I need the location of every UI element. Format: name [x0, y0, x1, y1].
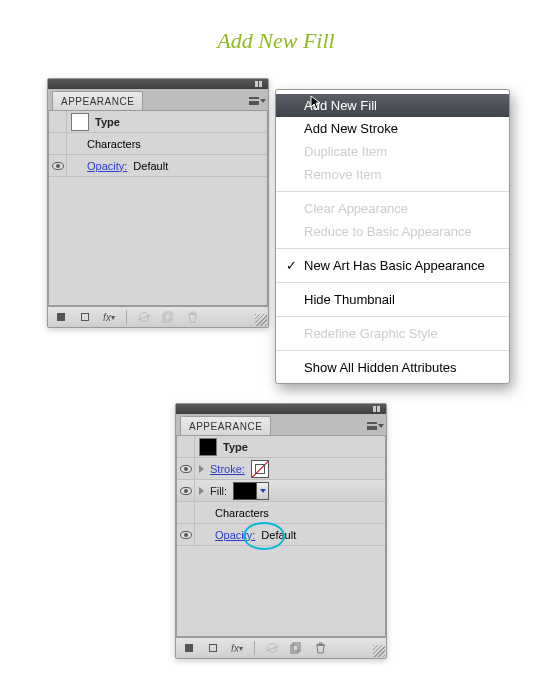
- flyout-menu-button[interactable]: [366, 417, 384, 435]
- opacity-link[interactable]: Opacity:: [87, 160, 127, 172]
- menu-separator: [276, 248, 509, 249]
- new-stroke-button[interactable]: [78, 310, 92, 324]
- disclosure-triangle-icon[interactable]: [199, 487, 204, 495]
- fill-color-control[interactable]: [233, 482, 269, 500]
- opacity-value: Default: [133, 160, 168, 172]
- panel-titlebar[interactable]: [48, 79, 268, 89]
- svg-rect-1: [165, 312, 172, 320]
- menu-hide-thumbnail[interactable]: Hide Thumbnail: [276, 288, 509, 311]
- collapse-icon[interactable]: [255, 81, 263, 87]
- type-swatch: [199, 438, 217, 456]
- type-swatch: [71, 113, 89, 131]
- panel-footer: fx▾: [48, 306, 268, 327]
- cursor-icon: [310, 95, 322, 111]
- panel-body: Type Stroke: Fill:: [176, 436, 386, 637]
- eye-icon: [180, 531, 192, 539]
- menu-show-hidden[interactable]: Show All Hidden Attributes: [276, 356, 509, 379]
- panel-body: Type Characters Opacity: Default: [48, 111, 268, 306]
- svg-rect-3: [293, 643, 300, 651]
- disclosure-triangle-icon[interactable]: [199, 465, 204, 473]
- menu-duplicate-item: Duplicate Item: [276, 140, 509, 163]
- new-stroke-button[interactable]: [206, 641, 220, 655]
- menu-separator: [276, 191, 509, 192]
- visibility-column: [49, 133, 67, 154]
- tab-bar: APPEARANCE: [48, 89, 268, 111]
- characters-label: Characters: [87, 138, 141, 150]
- tab-bar: APPEARANCE: [176, 414, 386, 436]
- visibility-column: [49, 111, 67, 132]
- eye-icon: [180, 465, 192, 473]
- stroke-link[interactable]: Stroke:: [210, 463, 245, 475]
- tab-appearance[interactable]: APPEARANCE: [52, 91, 143, 110]
- fill-swatch[interactable]: [233, 482, 257, 500]
- opacity-row[interactable]: Opacity: Default: [49, 155, 267, 177]
- opacity-value: Default: [261, 529, 296, 541]
- menu-redefine-style: Redefine Graphic Style: [276, 322, 509, 345]
- clear-appearance-button[interactable]: [137, 310, 151, 324]
- characters-label: Characters: [215, 507, 269, 519]
- new-fill-button[interactable]: [54, 310, 68, 324]
- stroke-row[interactable]: Stroke:: [177, 458, 385, 480]
- appearance-panel-1: APPEARANCE Type Characters Opacity: Defa…: [47, 78, 269, 328]
- stroke-swatch[interactable]: [251, 460, 269, 478]
- chevron-down-icon: [260, 99, 266, 103]
- opacity-link[interactable]: Opacity:: [215, 529, 255, 541]
- menu-new-art-basic[interactable]: ✓New Art Has Basic Appearance: [276, 254, 509, 277]
- visibility-column: [177, 436, 195, 457]
- type-label: Type: [95, 116, 120, 128]
- flyout-menu: Add New Fill Add New Stroke Duplicate It…: [275, 89, 510, 384]
- menu-separator: [276, 282, 509, 283]
- panel-footer: fx▾: [176, 637, 386, 658]
- visibility-toggle[interactable]: [177, 524, 195, 545]
- type-row[interactable]: Type: [49, 111, 267, 133]
- eye-icon: [52, 162, 64, 170]
- type-label: Type: [223, 441, 248, 453]
- checkmark-icon: ✓: [286, 258, 297, 273]
- trash-button[interactable]: [185, 310, 199, 324]
- menu-remove-item: Remove Item: [276, 163, 509, 186]
- resize-grip[interactable]: [255, 314, 267, 326]
- chevron-down-icon: [378, 424, 384, 428]
- separator: [126, 310, 127, 324]
- duplicate-item-button[interactable]: [289, 641, 303, 655]
- fill-row[interactable]: Fill:: [177, 480, 385, 502]
- trash-button[interactable]: [313, 641, 327, 655]
- eye-icon: [180, 487, 192, 495]
- chevron-down-icon: [260, 489, 266, 493]
- menu-icon: [367, 422, 377, 430]
- menu-icon: [249, 97, 259, 105]
- panel-titlebar[interactable]: [176, 404, 386, 414]
- add-effect-button[interactable]: fx▾: [102, 310, 116, 324]
- characters-row[interactable]: Characters: [49, 133, 267, 155]
- fill-dropdown-button[interactable]: [257, 482, 269, 500]
- collapse-icon[interactable]: [373, 406, 381, 412]
- visibility-toggle[interactable]: [177, 480, 195, 501]
- menu-add-new-stroke[interactable]: Add New Stroke: [276, 117, 509, 140]
- tutorial-heading: Add New Fill: [0, 0, 552, 54]
- opacity-row[interactable]: Opacity: Default: [177, 524, 385, 546]
- resize-grip[interactable]: [373, 645, 385, 657]
- svg-rect-0: [163, 314, 170, 322]
- new-fill-button[interactable]: [182, 641, 196, 655]
- menu-reduce-basic: Reduce to Basic Appearance: [276, 220, 509, 243]
- menu-clear-appearance: Clear Appearance: [276, 197, 509, 220]
- fill-label: Fill:: [210, 485, 227, 497]
- flyout-menu-button[interactable]: [248, 92, 266, 110]
- characters-row[interactable]: Characters: [177, 502, 385, 524]
- duplicate-item-button[interactable]: [161, 310, 175, 324]
- menu-separator: [276, 316, 509, 317]
- tab-appearance[interactable]: APPEARANCE: [180, 416, 271, 435]
- separator: [254, 641, 255, 655]
- type-row[interactable]: Type: [177, 436, 385, 458]
- svg-rect-2: [291, 645, 298, 653]
- visibility-toggle[interactable]: [177, 458, 195, 479]
- visibility-column: [177, 502, 195, 523]
- menu-separator: [276, 350, 509, 351]
- clear-appearance-button[interactable]: [265, 641, 279, 655]
- appearance-panel-2: APPEARANCE Type Stroke: Fill:: [175, 403, 387, 659]
- add-effect-button[interactable]: fx▾: [230, 641, 244, 655]
- visibility-toggle[interactable]: [49, 155, 67, 176]
